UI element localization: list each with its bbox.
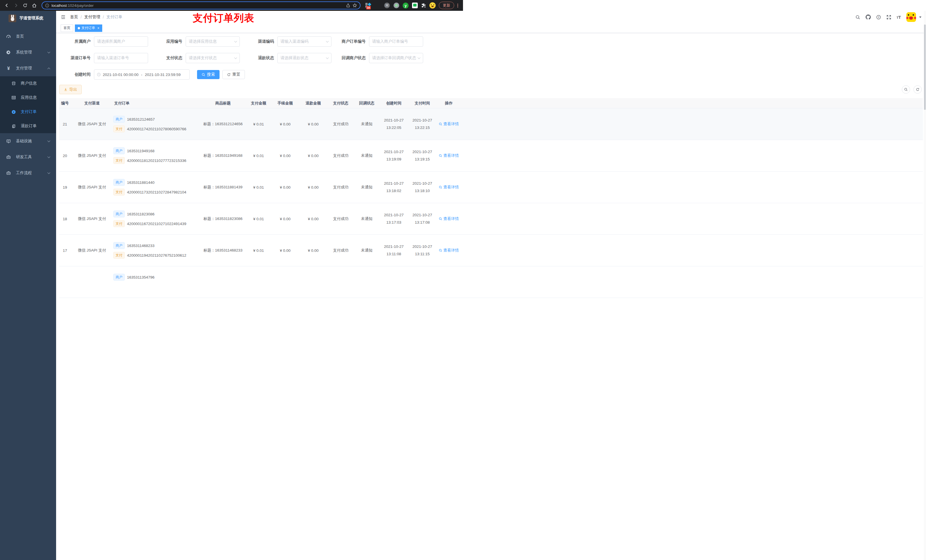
store-icon xyxy=(11,81,16,86)
cell-create-time: 2021-10-2713:11:08 xyxy=(380,243,408,258)
view-detail-link[interactable]: 查看详情 xyxy=(439,185,459,190)
forward-icon[interactable] xyxy=(12,2,20,9)
proxy-extension-icon[interactable] xyxy=(393,3,399,8)
profile-avatar-icon[interactable] xyxy=(430,2,436,9)
sidebar-item-7-基础设施[interactable]: 基础设施 xyxy=(0,133,56,149)
sidebar-item-0-首页[interactable]: 首页 xyxy=(0,29,56,44)
cell-title: 标题：1635311468233 xyxy=(200,248,246,253)
sidebar-item-4-应用信息[interactable]: 应用信息 xyxy=(0,91,56,105)
logo-rabbit-icon xyxy=(9,15,16,22)
cell-pay-amount: ¥ 0.01 xyxy=(246,154,271,158)
cell-refund-amount: ¥ 0.00 xyxy=(299,248,327,253)
cell-id: 18 xyxy=(59,217,71,221)
select-渠道编码[interactable]: 请输入渠道编码 xyxy=(277,36,331,47)
export-button[interactable]: 导出 xyxy=(59,85,82,94)
site-info-icon[interactable] xyxy=(45,3,49,8)
cell-notify-status: 未通知 xyxy=(354,248,380,253)
yen-icon: ¥ xyxy=(6,66,11,71)
column-header-3: 支付订单 xyxy=(113,101,200,106)
home-icon[interactable] xyxy=(30,2,38,9)
reload-icon[interactable] xyxy=(21,2,29,9)
cell-fee-amount: ¥ 0.00 xyxy=(271,154,299,158)
view-detail-link[interactable]: 查看详情 xyxy=(439,122,459,127)
address-bar[interactable]: localhost:1024/pay/order xyxy=(42,2,360,9)
sidebar-item-label: 研发工具 xyxy=(16,154,32,160)
merchant-tag: 商户 xyxy=(113,179,125,186)
balloon-extension-icon[interactable] xyxy=(374,2,381,9)
merchant-tag: 商户 xyxy=(113,147,125,154)
sidebar-item-1-系统管理[interactable]: 系统管理 xyxy=(0,44,56,60)
puzzle-extensions-icon[interactable] xyxy=(421,3,426,8)
select-支付状态[interactable]: 请选择支付状态 xyxy=(186,53,240,63)
cell-channel: 微信 JSAPI 支付 xyxy=(71,153,113,158)
sidebar-item-9-工作流程[interactable]: 工作流程 xyxy=(0,165,56,181)
tab-close-icon[interactable]: × xyxy=(97,26,99,30)
breadcrumb-pay[interactable]: 支付管理 xyxy=(84,15,100,20)
merchant-order-no: 1635311949168 xyxy=(127,149,154,153)
input-渠道订单号[interactable]: 请输入渠道订单号 xyxy=(94,53,148,63)
search-button[interactable]: 搜索 xyxy=(197,70,219,79)
browser-update-button[interactable]: 更新 xyxy=(439,2,454,9)
cell-pay-status: 支付成功 xyxy=(327,216,354,221)
table-row: 17 微信 JSAPI 支付 商户1635311468233 支付4200001… xyxy=(59,235,463,266)
view-detail-link[interactable]: 查看详情 xyxy=(439,248,459,253)
cell-refund-amount: ¥ 0.00 xyxy=(299,185,327,190)
cell-order: 商户1635311881440 支付4200001173202110272847… xyxy=(113,179,200,195)
sidebar-item-6-退款订单[interactable]: 退款订单 xyxy=(0,119,56,133)
input-所属商户[interactable]: 请选择所属商户 xyxy=(94,36,148,47)
cell-order: 商户1635312124657 支付4200001174202110278060… xyxy=(113,116,200,132)
tab-pay-order[interactable]: 支付订单× xyxy=(75,24,102,32)
cell-pay-time: 2021-10-2713:11:15 xyxy=(408,243,437,258)
browser-toolbar: localhost:1024/pay/order 10 ⌘ y 更新 xyxy=(0,0,463,11)
sidebar-item-3-商户信息[interactable]: 商户信息 xyxy=(0,76,56,91)
chevron-down-icon xyxy=(48,171,50,174)
bookmark-star-icon[interactable] xyxy=(353,3,357,8)
filter-field: 商户订单编号 请输入商户订单编号 xyxy=(334,36,426,47)
select-回调商户状态[interactable]: 请选择订单回调商户状态 xyxy=(369,53,423,63)
sidebar-item-label: 首页 xyxy=(16,34,24,39)
reset-button[interactable]: 重置 xyxy=(222,70,245,79)
url-host: localhost xyxy=(51,3,67,8)
gear-icon xyxy=(6,50,11,54)
cell-id: 19 xyxy=(59,185,71,190)
table-row: 商户1635311354796 支付 xyxy=(59,266,463,280)
breadcrumb-home[interactable]: 首页 xyxy=(70,15,78,20)
merchant-order-no: 1635311823086 xyxy=(127,212,154,216)
sidebar-item-5-支付订单[interactable]: ¥支付订单 xyxy=(0,105,56,119)
app-title: 芋道管理系统 xyxy=(20,16,43,21)
devtools-extension-icon[interactable]: 10 xyxy=(365,2,371,9)
back-icon[interactable] xyxy=(3,2,11,9)
sidebar-item-label: 工作流程 xyxy=(16,171,32,175)
chevron-down-icon xyxy=(418,56,421,59)
share-icon[interactable] xyxy=(346,3,350,8)
page-title-annotation: 支付订单列表 xyxy=(193,11,254,25)
table-toolbar: 导出 xyxy=(59,85,463,94)
filter-field: 回调商户状态 请选择订单回调商户状态 xyxy=(334,53,426,63)
view-detail-link[interactable]: 查看详情 xyxy=(439,153,459,158)
column-header-7: 退款金额 xyxy=(299,101,327,106)
sidebar-item-2-支付管理[interactable]: ¥支付管理 xyxy=(0,60,56,76)
input-商户订单编号[interactable]: 请输入商户订单编号 xyxy=(369,36,423,47)
command-extension-icon[interactable]: ⌘ xyxy=(384,3,390,8)
view-detail-link[interactable]: 查看详情 xyxy=(439,216,459,221)
tab-home[interactable]: 首页 xyxy=(61,24,73,32)
date-filter-label: 创建时间 xyxy=(59,72,94,77)
sidebar-item-8-研发工具[interactable]: 研发工具 xyxy=(0,149,56,165)
pay-tag: 支付 xyxy=(113,220,125,227)
sidebar-collapse-icon[interactable] xyxy=(61,15,66,20)
select-应用编号[interactable]: 请选择应用信息 xyxy=(186,36,240,47)
pay-order-no: 4200001174202110278060590766 xyxy=(127,127,186,131)
browser-menu-icon[interactable] xyxy=(457,4,458,8)
cell-fee-amount: ¥ 0.00 xyxy=(271,248,299,253)
app-logo[interactable]: 芋道管理系统 xyxy=(0,11,56,26)
chevron-down-icon xyxy=(48,139,50,142)
date-range-input[interactable]: 2021-10-01 00:00:00 - 2021-10-31 23:59:5… xyxy=(94,69,190,80)
pay-tag: 支付 xyxy=(113,252,125,259)
chevron-down-icon xyxy=(326,56,329,59)
cell-title: 标题：1635312124656 xyxy=(200,122,246,127)
y-extension-icon[interactable]: y xyxy=(402,3,409,9)
pay-order-no: 4200001181202110277723215336 xyxy=(127,158,186,163)
chat-extension-icon[interactable] xyxy=(412,3,418,8)
filter-row-1: 所属商户 请选择所属商户 应用编号 请选择应用信息 渠道编码 请输入渠道编码 商… xyxy=(59,36,463,47)
select-退款状态[interactable]: 请选择退款状态 xyxy=(277,53,331,63)
